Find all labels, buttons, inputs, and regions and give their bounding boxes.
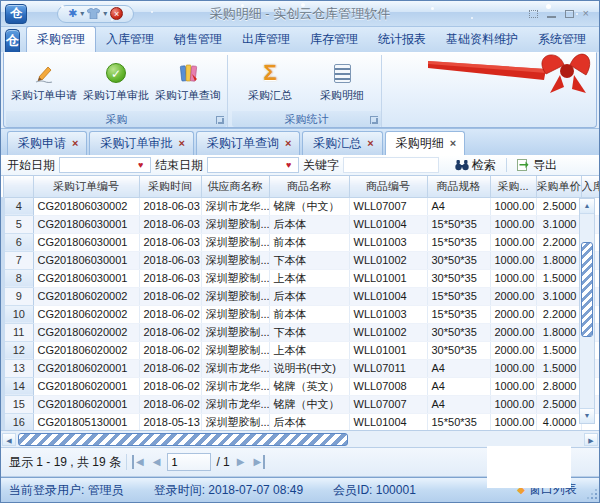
- quick-close-icon[interactable]: ×: [110, 7, 123, 20]
- cell-price: 1.8000: [536, 323, 581, 341]
- purchase-order-apply-button[interactable]: 采购订单申请: [8, 57, 80, 103]
- maximize-icon[interactable]: [565, 10, 574, 18]
- cell-product: 上本体: [269, 269, 349, 287]
- resize-grip[interactable]: [587, 489, 597, 499]
- doc-tab-order-approve[interactable]: 采购订单审批 ×: [89, 131, 193, 155]
- tab-close-icon[interactable]: ×: [178, 138, 184, 149]
- cell-supplier: 深圳塑胶制...: [201, 341, 269, 359]
- col-product-name[interactable]: 商品名称: [269, 176, 349, 197]
- vertical-scrollbar[interactable]: ▲ ▼: [579, 198, 595, 424]
- dialog-launcher-icon[interactable]: [216, 116, 224, 124]
- dialog-launcher-icon[interactable]: [370, 116, 378, 124]
- table-row[interactable]: 13 CG201806020001 2018-06-02 深圳市龙华... 说明…: [3, 359, 599, 377]
- start-date-dropdown-icon[interactable]: ♥: [136, 161, 145, 170]
- ribbon-tab-outbound[interactable]: 出库管理: [232, 27, 300, 52]
- col-supplier[interactable]: 供应商名称: [201, 176, 269, 197]
- scroll-up-icon[interactable]: ▲: [580, 199, 594, 214]
- ribbon-tab-inventory[interactable]: 库存管理: [300, 27, 368, 52]
- tab-close-icon[interactable]: ×: [72, 138, 78, 149]
- scroll-down-icon[interactable]: ▼: [580, 408, 594, 423]
- theme-shirt-icon[interactable]: [87, 8, 100, 19]
- cell-supplier: 深圳塑胶制...: [201, 413, 269, 431]
- table-row[interactable]: 9 CG201806020002 2018-06-02 深圳塑胶制... 后本体…: [3, 287, 599, 305]
- export-button[interactable]: 导出: [513, 156, 561, 175]
- purchase-detail-button[interactable]: 采购明细: [306, 57, 378, 103]
- end-date-dropdown-icon[interactable]: ♥: [284, 161, 293, 170]
- cell-order-no: CG201806020001: [33, 395, 139, 413]
- separator: [506, 158, 507, 172]
- table-row[interactable]: 10 CG201806020002 2018-06-02 深圳塑胶制... 前本…: [3, 305, 599, 323]
- cell-product: 后本体: [269, 215, 349, 233]
- skin-flower-icon[interactable]: ✱: [68, 8, 77, 19]
- tab-close-icon[interactable]: ×: [367, 138, 373, 149]
- table-row[interactable]: 7 CG201806030001 2018-06-03 深圳塑胶制... 下本体…: [3, 251, 599, 269]
- theme-dropdown-icon[interactable]: ▾: [103, 10, 107, 18]
- vertical-scroll-thumb[interactable]: [581, 242, 593, 337]
- table-row[interactable]: 6 CG201806030001 2018-06-03 深圳塑胶制... 前本体…: [3, 233, 599, 251]
- doc-tab-purchase-apply[interactable]: 采购申请 ×: [7, 131, 87, 155]
- ribbon-tab-sales[interactable]: 销售管理: [164, 27, 232, 52]
- col-instock[interactable]: 入库: [581, 176, 599, 197]
- table-row[interactable]: 15 CG201806020001 2018-06-02 深圳市龙华... 铭牌…: [3, 395, 599, 413]
- cell-spec: 15*50*35: [427, 233, 490, 251]
- doc-tab-order-query[interactable]: 采购订单查询 ×: [196, 131, 300, 155]
- table-row[interactable]: 14 CG201806020001 2018-06-02 深圳市龙华... 铭牌…: [3, 377, 599, 395]
- fullscreen-icon[interactable]: [529, 10, 538, 18]
- ribbon-tab-system[interactable]: 系统管理: [528, 27, 596, 52]
- table-row[interactable]: 5 CG201806030001 2018-06-03 深圳塑胶制... 后本体…: [3, 215, 599, 233]
- table-row[interactable]: 8 CG201806030001 2018-06-03 深圳塑胶制... 上本体…: [3, 269, 599, 287]
- tab-close-icon[interactable]: ×: [450, 138, 456, 149]
- title-bar: 仓 ✱ ▾ ▾ × 采购明细 - 实创云仓库管理软件 ×: [1, 1, 599, 27]
- table-row[interactable]: 11 CG201806020002 2018-06-02 深圳塑胶制... 下本…: [3, 323, 599, 341]
- search-button[interactable]: 检索: [451, 156, 500, 175]
- last-page-icon[interactable]: ▶: [252, 455, 266, 469]
- keyword-input[interactable]: [344, 158, 436, 172]
- scroll-right-icon[interactable]: ▶: [584, 433, 598, 446]
- cell-price: 1.5000: [536, 359, 581, 377]
- minimize-icon[interactable]: [547, 10, 556, 18]
- filter-bar: 开始日期 ♥ 结束日期 ♥ 关键字 检索 导出: [1, 155, 599, 176]
- close-icon[interactable]: ×: [583, 8, 589, 19]
- ribbon-app-button[interactable]: 仓: [5, 29, 20, 52]
- skin-dropdown-icon[interactable]: ▾: [80, 10, 84, 18]
- prev-page-icon[interactable]: ◀: [151, 455, 163, 469]
- cell-order-no: CG201806020002: [33, 323, 139, 341]
- doc-tab-purchase-summary[interactable]: 采购汇总 ×: [302, 131, 382, 155]
- horizontal-scroll-thumb[interactable]: [18, 433, 348, 446]
- purchase-order-approve-button[interactable]: ✓ 采购订单审批: [80, 57, 152, 103]
- cell-price: 2.2000: [536, 233, 581, 251]
- ribbon-tab-basedata[interactable]: 基础资料维护: [436, 27, 528, 52]
- ribbon-tab-reports[interactable]: 统计报表: [368, 27, 436, 52]
- ribbon-tab-purchase[interactable]: 采购管理: [26, 26, 96, 52]
- sigma-icon: Σ: [263, 60, 276, 86]
- start-date-input[interactable]: [60, 158, 136, 172]
- end-date-input[interactable]: [208, 158, 284, 172]
- scroll-left-icon[interactable]: ◀: [2, 433, 16, 446]
- purchase-summary-button[interactable]: Σ 采购汇总: [234, 57, 306, 103]
- table-row[interactable]: 12 CG201806020002 2018-06-02 深圳塑胶制... 上本…: [3, 341, 599, 359]
- col-qty[interactable]: 采购...: [490, 176, 536, 197]
- export-icon: [517, 159, 530, 171]
- tab-close-icon[interactable]: ×: [285, 138, 291, 149]
- col-spec[interactable]: 商品规格: [427, 176, 490, 197]
- next-page-icon[interactable]: ▶: [235, 455, 247, 469]
- ribbon-tab-inbound[interactable]: 入库管理: [96, 27, 164, 52]
- col-unit-price[interactable]: 采购单价: [536, 176, 581, 197]
- cell-date: 2018-06-03: [139, 233, 201, 251]
- ribbon-tab-help[interactable]: 帮助: [596, 27, 600, 52]
- cell-spec: 30*50*35: [427, 269, 490, 287]
- group-caption-label: 采购统计: [285, 112, 329, 127]
- col-product-code[interactable]: 商品编号: [349, 176, 427, 197]
- approve-check-icon: ✓: [106, 60, 126, 86]
- col-purchase-time[interactable]: 采购时间: [139, 176, 201, 197]
- doc-tab-purchase-detail[interactable]: 采购明细 ×: [385, 131, 465, 155]
- col-order-no[interactable]: 采购订单编号: [33, 176, 139, 197]
- page-number-input[interactable]: [167, 453, 211, 471]
- table-row[interactable]: 16 CG201805130001 2018-05-13 深圳塑胶制... 后本…: [3, 413, 599, 431]
- purchase-order-query-button[interactable]: 采购订单查询: [152, 57, 224, 103]
- table-row[interactable]: 4 CG201806030002 2018-06-03 深圳市龙华... 铭牌（…: [3, 197, 599, 215]
- doc-tab-label: 采购订单查询: [207, 135, 279, 152]
- cell-spec: 30*50*35: [427, 323, 490, 341]
- group-caption-label: 采购: [106, 112, 128, 127]
- first-page-icon[interactable]: ◀: [132, 455, 146, 469]
